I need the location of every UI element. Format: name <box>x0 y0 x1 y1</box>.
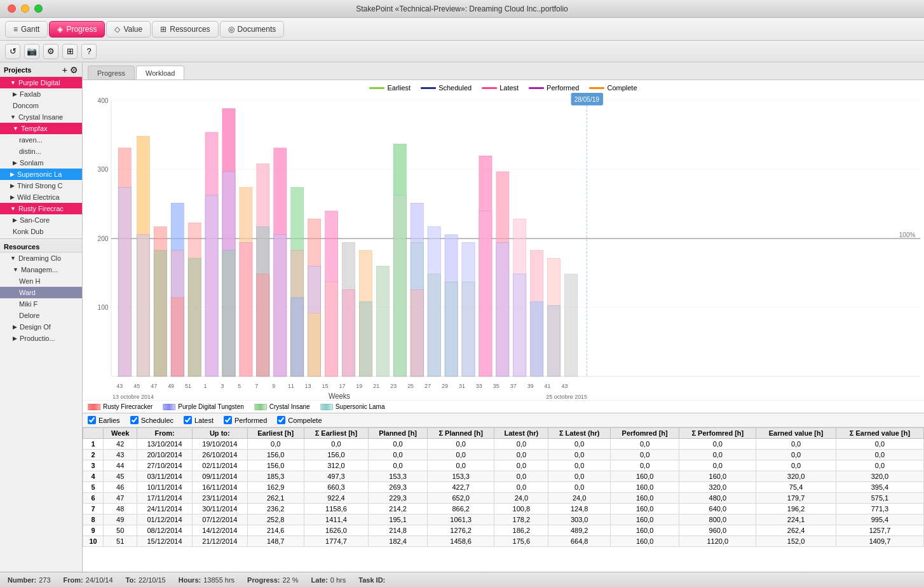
sidebar-item-konk-dub[interactable]: Konk Dub <box>0 226 82 237</box>
camera-button[interactable]: 📷 <box>24 44 39 59</box>
scheduled-color <box>421 87 436 89</box>
table-cell-3-7: 153,3 <box>428 471 494 482</box>
sidebar-item-miki[interactable]: Miki F <box>0 298 82 310</box>
expand-icon: ▶ <box>13 335 17 342</box>
table-cell-7-7: 1061,3 <box>428 514 494 525</box>
svg-text:17: 17 <box>339 382 345 390</box>
table-cell-7-6: 195,1 <box>369 514 428 525</box>
checkbox-performed[interactable]: Performed <box>224 416 267 424</box>
th-sum-earned: Σ Earned value [h] <box>836 428 923 439</box>
svg-text:1: 1 <box>203 382 207 390</box>
latest-color <box>482 87 497 89</box>
sidebar-item-faxlab[interactable]: ▶ Faxlab <box>0 88 82 100</box>
svg-text:300: 300 <box>98 165 109 173</box>
table-cell-9-6: 182,4 <box>369 536 428 547</box>
legend-purple-digital: Purple Digital Tungsten <box>163 403 243 410</box>
table-cell-4-1: 46 <box>104 482 137 493</box>
schedulec-checkbox[interactable] <box>130 416 139 424</box>
table-cell-5-12: 179,7 <box>756 493 836 504</box>
minimize-button[interactable] <box>21 4 29 13</box>
earlies-checkbox[interactable] <box>88 416 96 424</box>
table-cell-0-5: 0,0 <box>304 439 368 450</box>
table-cell-3-0: 4 <box>83 471 104 482</box>
checkbox-latest[interactable]: Latest <box>184 416 214 424</box>
sidebar-item-production[interactable]: ▶ Productio... <box>0 333 82 344</box>
table-cell-9-11: 1120,0 <box>679 536 756 547</box>
compelete-checkbox[interactable] <box>277 416 285 424</box>
svg-rect-56 <box>411 290 423 376</box>
svg-rect-62 <box>462 282 475 376</box>
svg-rect-19 <box>137 235 149 376</box>
sidebar-item-delore[interactable]: Delore <box>0 310 82 321</box>
th-sum-latest: Σ Latest (hr) <box>548 428 610 439</box>
table-cell-9-0: 10 <box>83 536 104 547</box>
sidebar-item-ward[interactable]: Ward <box>0 287 82 298</box>
maximize-button[interactable] <box>34 4 43 13</box>
table-cell-1-9: 0,0 <box>548 450 610 460</box>
table-cell-0-2: 13/10/2014 <box>137 439 193 450</box>
project-settings-button[interactable]: ⚙ <box>70 65 78 75</box>
sidebar-item-label: distin... <box>19 148 41 155</box>
table-cell-3-10: 160,0 <box>610 471 679 482</box>
tab-value[interactable]: ◇ Value <box>106 21 151 38</box>
latest-checkbox[interactable] <box>184 416 192 424</box>
data-table-wrapper[interactable]: Week From: Up to: Earliest [h] Σ Earlies… <box>83 427 924 572</box>
sidebar-item-distin[interactable]: distin... <box>0 146 82 157</box>
checkbox-schedulec[interactable]: Schedulec <box>130 416 173 424</box>
checkbox-compelete[interactable]: Compelete <box>277 416 322 424</box>
sidebar-item-tempfax[interactable]: ▼ Tempfax <box>0 123 82 134</box>
help-button[interactable]: ? <box>81 44 97 59</box>
table-cell-4-0: 5 <box>83 482 104 493</box>
table-cell-2-0: 3 <box>83 460 104 471</box>
sidebar-item-design[interactable]: ▶ Design Of <box>0 321 82 333</box>
sidebar-item-wild-electrica[interactable]: ▶ Wild Electrica <box>0 191 82 203</box>
svg-text:Weeks: Weeks <box>329 391 350 400</box>
table-cell-0-8: 0,0 <box>494 439 548 450</box>
legend-rusty-firecracker: Rusty Firecracker <box>88 403 153 410</box>
svg-text:11: 11 <box>288 382 294 390</box>
table-cell-7-11: 800,0 <box>679 514 756 525</box>
earliest-color <box>369 87 384 89</box>
performed-checkbox[interactable] <box>224 416 232 424</box>
sidebar-item-third-strong[interactable]: ▶ Third Strong C <box>0 180 82 191</box>
add-project-button[interactable]: + <box>62 65 67 75</box>
table-cell-8-1: 50 <box>104 525 137 536</box>
svg-text:27: 27 <box>425 382 431 390</box>
sub-tab-progress[interactable]: Progress <box>88 66 135 79</box>
svg-text:37: 37 <box>510 382 517 390</box>
status-bar: Number: 273 From: 24/10/14 To: 22/10/15 … <box>0 572 924 587</box>
table-cell-8-11: 960,0 <box>679 525 756 536</box>
sidebar-item-dreaming-cloud[interactable]: ▼ Dreaming Clo <box>0 252 82 264</box>
table-cell-5-0: 6 <box>83 493 104 504</box>
window-controls[interactable] <box>8 4 43 13</box>
settings-button[interactable]: ⚙ <box>43 44 58 59</box>
sidebar-item-wen[interactable]: Wen H <box>0 275 82 287</box>
tab-gantt[interactable]: ≡ Gantt <box>5 21 48 38</box>
sidebar-item-purple-digital[interactable]: ▼ Purple Digital <box>0 77 82 88</box>
svg-rect-44 <box>308 314 321 376</box>
title-bar: StakePoint «Technical-Preview»: Dreaming… <box>0 0 924 18</box>
tab-progress[interactable]: ◈ Progress <box>49 21 105 38</box>
table-cell-3-13: 320,0 <box>836 471 923 482</box>
svg-text:25 octobre 2015: 25 octobre 2015 <box>546 392 587 400</box>
sidebar-item-crystal-insane[interactable]: ▼ Crystal Insane <box>0 111 82 123</box>
close-button[interactable] <box>8 4 16 13</box>
sidebar-item-management[interactable]: ▼ Managem... <box>0 264 82 275</box>
refresh-button[interactable]: ↺ <box>5 44 20 59</box>
table-cell-3-5: 497,3 <box>304 471 368 482</box>
sub-tabs-bar: Progress Workload <box>83 62 924 80</box>
tab-documents[interactable]: ◎ Documents <box>220 21 285 38</box>
sidebar-item-rusty-firecracker[interactable]: ▼ Rusty Firecrac <box>0 203 82 214</box>
sidebar-item-raven[interactable]: raven... <box>0 134 82 146</box>
sidebar-item-san-core[interactable]: ▶ San-Core <box>0 214 82 226</box>
grid-button[interactable]: ⊞ <box>62 44 78 59</box>
sidebar-item-supersonic[interactable]: ▶ Supersonic La <box>0 169 82 180</box>
table-cell-3-2: 03/11/2014 <box>137 471 193 482</box>
th-from: From: <box>137 428 193 439</box>
sub-tab-workload[interactable]: Workload <box>136 66 184 79</box>
svg-rect-58 <box>428 274 440 376</box>
tab-resources[interactable]: ⊞ Ressources <box>152 21 218 38</box>
sidebar-item-sonlam[interactable]: ▶ Sonlam <box>0 157 82 169</box>
sidebar-item-doncom[interactable]: Doncom <box>0 100 82 111</box>
checkbox-earlies[interactable]: Earlies <box>88 416 120 424</box>
